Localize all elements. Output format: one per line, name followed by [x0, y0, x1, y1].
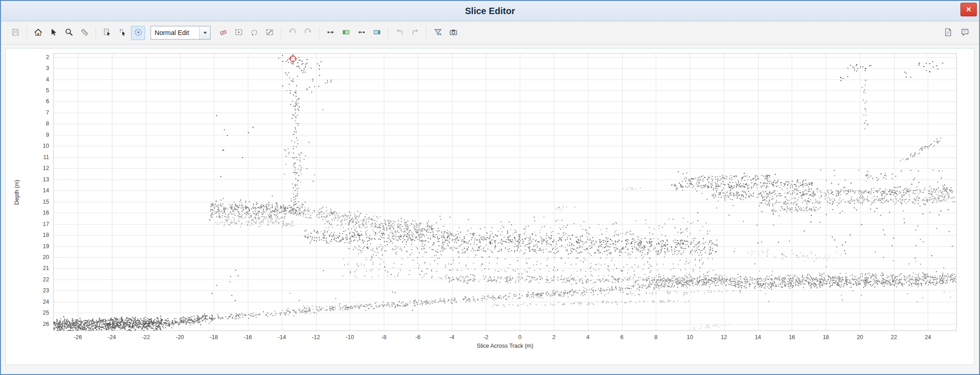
dashed-rect-icon	[234, 28, 243, 38]
x-tick-label: -22	[142, 334, 150, 340]
undo-arrow-icon	[288, 28, 297, 38]
edit-mode-dropdown[interactable]: Normal Edit	[151, 26, 211, 40]
line-select-button[interactable]	[262, 26, 276, 40]
x-tick-label: 8	[654, 334, 658, 340]
x-tick-label: 24	[925, 334, 931, 340]
x-tick-label: 12	[721, 334, 727, 340]
y-tick-label: 20	[43, 254, 49, 260]
y-tick-label: 9	[46, 132, 49, 138]
y-tick-label: 5	[46, 87, 49, 94]
lasso-icon	[250, 28, 259, 38]
x-tick-label: -12	[312, 334, 320, 340]
title-bar[interactable]: Slice Editor ✕	[1, 1, 979, 21]
y-tick-label: 14	[43, 187, 49, 194]
window-title: Slice Editor	[465, 6, 515, 16]
x-axis-title: Slice Across Track (m)	[477, 343, 533, 349]
x-tick-label: -4	[449, 334, 454, 340]
ruler-icon	[80, 28, 89, 38]
erase-button[interactable]	[216, 26, 230, 40]
prev-point-button[interactable]	[323, 26, 337, 40]
plot-panel: Depth (m) Slice Across Track (m) -26-24-…	[5, 48, 975, 365]
next-point-button[interactable]	[354, 26, 368, 40]
filter-button[interactable]	[431, 26, 445, 40]
y-tick-label: 8	[46, 120, 49, 127]
x-tick-label: -20	[176, 334, 184, 340]
y-tick-label: 22	[43, 276, 49, 283]
y-tick-label: 6	[46, 98, 49, 105]
page-cursor-icon	[103, 28, 112, 38]
x-tick-label: 10	[687, 334, 693, 340]
funnel-filter-icon	[433, 28, 442, 38]
zoom-button[interactable]	[62, 26, 76, 40]
y-tick-label: 16	[43, 210, 49, 216]
save-icon	[11, 28, 20, 38]
x-tick-label: 0	[518, 334, 522, 340]
y-tick-label: 3	[46, 65, 49, 71]
y-tick-label: 4	[46, 76, 49, 83]
x-tick-label: 4	[586, 334, 589, 340]
x-tick-label: 14	[755, 334, 761, 340]
home-button[interactable]	[31, 26, 45, 40]
select-document-button[interactable]	[100, 26, 114, 40]
plot-canvas[interactable]	[53, 53, 957, 331]
x-tick-label: -26	[74, 334, 82, 340]
x-tick-label: 22	[891, 334, 897, 340]
x-tick-label: 2	[552, 334, 555, 340]
x-tick-label: 20	[857, 334, 863, 340]
toolbar-separator	[388, 27, 388, 39]
x-tick-label: -18	[210, 334, 218, 340]
close-icon: ✕	[966, 5, 972, 14]
y-tick-label: 13	[43, 176, 49, 183]
redo-button[interactable]	[301, 26, 315, 40]
next-swath-button[interactable]	[370, 26, 384, 40]
dropdown-arrow-icon[interactable]	[199, 26, 210, 39]
magnifier-icon	[65, 28, 74, 38]
edit-mode-value: Normal Edit	[151, 29, 199, 36]
notes-button[interactable]	[958, 26, 972, 40]
y-tick-label: 21	[43, 265, 49, 271]
dashed-line-select-icon	[265, 28, 274, 38]
window-content: Depth (m) Slice Across Track (m) -26-24-…	[1, 45, 979, 374]
y-tick-label: 15	[43, 199, 49, 205]
y-tick-label: 25	[43, 310, 49, 316]
report-button[interactable]	[941, 26, 955, 40]
points-cursor-icon	[118, 28, 127, 38]
toolbar-separator	[95, 27, 96, 39]
toolbar-separator	[319, 27, 319, 39]
point-arrow-icon	[326, 28, 335, 38]
pointer-button[interactable]	[46, 26, 60, 40]
eraser-icon	[219, 28, 228, 38]
y-tick-label: 17	[43, 221, 49, 227]
prev-swath-button[interactable]	[339, 26, 353, 40]
branch-redo-button[interactable]	[408, 26, 422, 40]
pointer-icon	[49, 28, 58, 38]
x-tick-label: 18	[823, 334, 829, 340]
y-tick-label: 11	[43, 154, 49, 160]
swath-green-icon	[342, 28, 351, 38]
y-tick-label: 7	[46, 110, 49, 116]
y-tick-label: 19	[43, 243, 49, 250]
save-button[interactable]	[8, 26, 22, 40]
branch-undo-button[interactable]	[392, 26, 407, 40]
notes-icon	[960, 28, 970, 38]
toolbar-right-group	[941, 26, 972, 40]
y-tick-label: 26	[43, 321, 49, 327]
snapshot-button[interactable]	[446, 26, 460, 40]
measure-button[interactable]	[77, 26, 91, 40]
report-icon	[944, 28, 953, 38]
x-tick-label: -10	[346, 334, 354, 340]
y-tick-label: 23	[43, 287, 49, 294]
plot-area	[53, 53, 957, 331]
toolbar-separator	[281, 27, 281, 39]
close-button[interactable]: ✕	[960, 3, 977, 16]
select-points-button[interactable]	[116, 26, 130, 40]
redo-arrow-icon	[303, 28, 312, 38]
select-point-circle-button[interactable]	[131, 26, 145, 40]
x-tick-label: -16	[244, 334, 252, 340]
undo-button[interactable]	[285, 26, 299, 40]
y-axis-title: Depth (m)	[14, 180, 20, 205]
toolbar-separator	[426, 27, 427, 39]
rect-select-button[interactable]	[231, 26, 246, 40]
lasso-select-button[interactable]	[247, 26, 261, 40]
branch-right-arrow-icon	[411, 28, 420, 38]
